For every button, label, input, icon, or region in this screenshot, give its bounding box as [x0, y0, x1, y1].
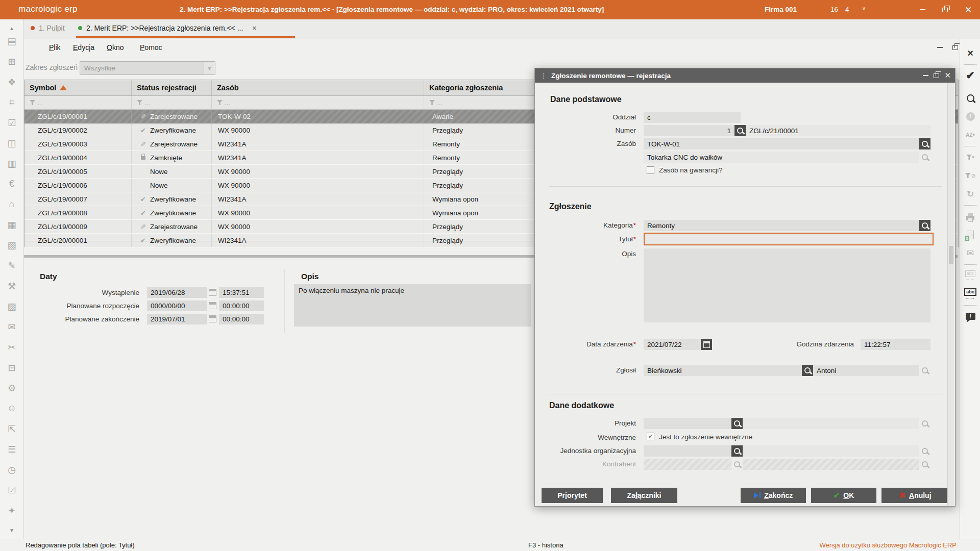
- opis-textarea[interactable]: Po włączeniu maszyna nie pracuje: [294, 284, 531, 327]
- tasks-icon[interactable]: ☑: [0, 485, 23, 496]
- jednostka-search-button[interactable]: [731, 445, 743, 457]
- kategoria-field[interactable]: Remonty: [644, 220, 919, 231]
- list-icon[interactable]: ☰: [0, 444, 23, 455]
- sort-az-icon[interactable]: AZ▾: [960, 128, 980, 142]
- finance-icon[interactable]: €: [0, 179, 23, 189]
- column-header-symbol[interactable]: Symbol: [24, 80, 132, 95]
- calendar-icon[interactable]: [209, 315, 216, 322]
- zglosil-imie-search-button[interactable]: [919, 365, 930, 376]
- matrix-icon[interactable]: ▦: [0, 219, 23, 231]
- grid-icon[interactable]: ⊞: [0, 56, 23, 67]
- kategoria-search-button[interactable]: [919, 220, 930, 231]
- print-icon[interactable]: [960, 209, 980, 223]
- time-field[interactable]: 15:37:51: [219, 287, 264, 298]
- info-icon[interactable]: i: [960, 109, 980, 123]
- dialog-close-icon[interactable]: ✕: [944, 71, 951, 80]
- tools-icon[interactable]: ⚒: [0, 281, 23, 292]
- chevron-down-icon[interactable]: ▼: [204, 62, 215, 74]
- numer-search-button[interactable]: [734, 125, 746, 136]
- scroll-up-icon[interactable]: ▲: [0, 26, 23, 31]
- opis-field[interactable]: [644, 248, 930, 322]
- export-excel-icon[interactable]: [960, 228, 980, 242]
- jednostka-field[interactable]: [644, 445, 731, 457]
- date-field[interactable]: 2019/07/01: [147, 314, 207, 324]
- table-icon[interactable]: ⌗: [0, 97, 23, 108]
- expand-columns-icon[interactable]: abc←→: [960, 287, 980, 301]
- modules-icon[interactable]: ❖: [0, 77, 23, 88]
- oddzial-field[interactable]: c: [644, 112, 741, 123]
- edit-icon[interactable]: ✎: [0, 260, 23, 271]
- calendar-icon[interactable]: [209, 289, 216, 296]
- dialog-scrollbar[interactable]: [947, 83, 954, 506]
- refresh-icon[interactable]: ↻: [960, 187, 980, 201]
- search-icon[interactable]: [960, 91, 980, 105]
- close-button[interactable]: ✕: [961, 4, 976, 15]
- date-field[interactable]: 2019/06/28: [147, 287, 207, 298]
- time-field[interactable]: 00:00:00: [219, 300, 264, 311]
- restore-button[interactable]: [937, 4, 952, 15]
- zglosil-search-button[interactable]: [802, 365, 813, 376]
- tytul-field[interactable]: [644, 233, 934, 245]
- settings-icon[interactable]: ⚙: [0, 383, 23, 394]
- cut-icon[interactable]: ✂: [0, 342, 23, 353]
- anuluj-button[interactable]: ✖Anuluj: [881, 488, 949, 503]
- time-field[interactable]: 00:00:00: [219, 314, 264, 324]
- ledger-icon[interactable]: ▥: [0, 158, 23, 169]
- email-icon[interactable]: ✉: [960, 246, 980, 260]
- form-icon[interactable]: ▤: [0, 36, 23, 47]
- menu-item-edycja[interactable]: Edycja: [73, 43, 94, 52]
- tab-merit-erp[interactable]: 2. Merit ERP: >>Rejestracja zgłoszenia r…: [78, 19, 257, 37]
- chevron-down-icon[interactable]: ∨: [862, 5, 866, 12]
- calendar-icon[interactable]: [209, 302, 216, 309]
- report-icon[interactable]: ▧: [0, 240, 23, 251]
- clock-icon[interactable]: ◷: [0, 464, 23, 475]
- zglosil-field[interactable]: Bieńkowski: [644, 365, 802, 376]
- person-icon[interactable]: ☺: [0, 403, 23, 414]
- mail-icon[interactable]: ✉: [0, 321, 23, 333]
- column-header-status[interactable]: Status rejestracji: [132, 80, 212, 95]
- menu-item-plik[interactable]: Plik: [49, 43, 61, 52]
- notification-count-2[interactable]: 4: [845, 6, 849, 13]
- projekt-name-search-button[interactable]: [919, 418, 930, 429]
- filter-icon[interactable]: ▾: [960, 150, 980, 164]
- home-icon[interactable]: ⌂: [0, 199, 23, 210]
- zasob-search-button[interactable]: [919, 138, 930, 149]
- fit-columns-icon[interactable]: abc→←: [960, 268, 980, 283]
- projekt-field[interactable]: [644, 418, 731, 429]
- drag-handle-icon[interactable]: ⋮: [540, 72, 547, 80]
- filter-cell-status[interactable]: ...: [132, 96, 212, 109]
- godzina-field[interactable]: 11:22:57: [861, 339, 930, 350]
- jednostka-name-search-button[interactable]: [919, 445, 930, 457]
- zaczniki-button[interactable]: Załączniki: [611, 488, 677, 503]
- dialog-restore-icon[interactable]: [934, 73, 939, 78]
- minimize-button[interactable]: [915, 4, 930, 15]
- wewnetrzne-checkbox[interactable]: ✔: [647, 433, 654, 440]
- close-icon[interactable]: ×: [960, 46, 980, 60]
- zglosil-imie-field[interactable]: Antoni: [813, 365, 919, 376]
- menu-item-okno[interactable]: Okno: [107, 43, 124, 52]
- zasob-field[interactable]: TOK-W-01: [644, 138, 919, 149]
- menu-item-pomoc[interactable]: Pomoc: [140, 43, 162, 52]
- tab-close-icon[interactable]: ×: [252, 24, 256, 32]
- projekt-search-button[interactable]: [731, 418, 743, 429]
- data-zdarzenia-field[interactable]: 2021/07/22: [644, 339, 701, 350]
- feedback-icon[interactable]: !: [960, 309, 980, 323]
- date-field[interactable]: 0000/00/00: [147, 300, 207, 311]
- numer-field[interactable]: 1: [644, 125, 734, 136]
- zakocz-button[interactable]: Zakończ: [741, 488, 806, 503]
- tab-pulpit[interactable]: 1. Pulpit: [31, 19, 65, 37]
- scrollbar-thumb[interactable]: [949, 246, 953, 264]
- accept-icon[interactable]: ✔: [960, 68, 980, 83]
- inner-minimize-button[interactable]: [933, 42, 946, 53]
- data-zdarzenia-calendar-button[interactable]: [701, 339, 712, 350]
- dialog-title-bar[interactable]: ⋮ Zgłoszenie remontowe — rejestracja ✕: [535, 68, 955, 83]
- star-icon[interactable]: ✦: [0, 505, 23, 516]
- scope-dropdown[interactable]: Wszystkie ▼: [80, 61, 215, 75]
- archive-icon[interactable]: ⊟: [0, 362, 23, 373]
- filter-clear-icon[interactable]: ⊘: [960, 168, 980, 183]
- scroll-down-icon[interactable]: ▼: [0, 528, 23, 533]
- export-icon[interactable]: ⇱: [0, 423, 23, 435]
- numer-symbol-field[interactable]: ZGL/c/21/00001: [746, 125, 930, 136]
- dialog-minimize-icon[interactable]: [923, 75, 928, 76]
- filter-cell-zasob[interactable]: ...: [212, 96, 424, 109]
